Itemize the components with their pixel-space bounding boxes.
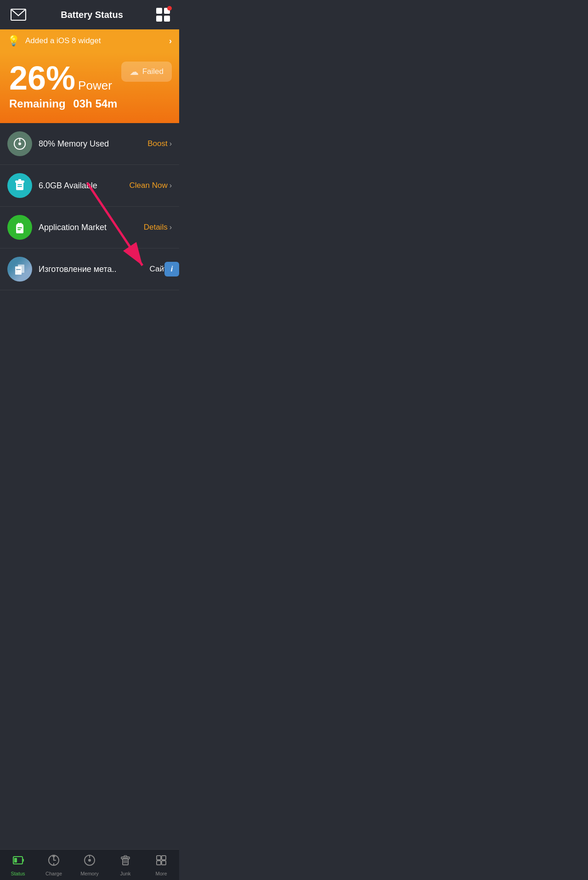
- junk-nav-label: Junk: [120, 871, 130, 876]
- battery-power-label: Power: [78, 79, 112, 93]
- meta-item[interactable]: Изготовление мета.. Сайт › i: [0, 248, 179, 290]
- memory-nav-icon: [84, 854, 96, 869]
- svg-point-2: [18, 142, 21, 145]
- meta-icon: [7, 257, 32, 282]
- svg-rect-11: [17, 227, 22, 228]
- banner-chevron-icon: ›: [169, 36, 172, 46]
- notification-dot: [167, 6, 172, 11]
- meta-text: Изготовление мета..: [39, 265, 149, 274]
- battery-remaining: Remaining 03h 54m: [9, 97, 170, 110]
- memory-used-text: 80% Memory Used: [39, 139, 147, 149]
- clean-now-button[interactable]: Clean Now ›: [130, 181, 172, 190]
- charge-nav-icon: [48, 854, 60, 869]
- svg-rect-19: [23, 859, 24, 862]
- charge-nav-label: Charge: [45, 871, 62, 876]
- clean-icon: [7, 173, 32, 198]
- bottom-navigation: Status Charge Memory: [0, 849, 179, 880]
- memory-nav-label: Memory: [80, 871, 99, 876]
- svg-rect-34: [162, 856, 166, 860]
- remaining-time: 03h 54m: [73, 97, 117, 110]
- svg-rect-22: [52, 856, 55, 857]
- junk-nav-icon: [119, 854, 131, 869]
- app-market-item[interactable]: Application Market Details ›: [0, 207, 179, 248]
- svg-rect-6: [18, 179, 21, 181]
- remaining-label: Remaining: [9, 97, 66, 110]
- app-header: Battery Status: [0, 0, 179, 29]
- more-nav-label: More: [155, 871, 167, 876]
- memory-icon: [7, 131, 32, 156]
- banner-text: Added a iOS 8 widget: [25, 36, 169, 45]
- feature-list: 80% Memory Used Boost › 6.0GB Available …: [0, 123, 179, 327]
- svg-rect-7: [17, 184, 22, 185]
- app-market-icon: [7, 215, 32, 240]
- storage-text: 6.0GB Available: [39, 181, 130, 191]
- boost-button[interactable]: Boost ›: [147, 139, 172, 148]
- svg-rect-29: [124, 856, 127, 857]
- svg-rect-36: [162, 861, 166, 865]
- svg-rect-14: [18, 265, 24, 273]
- nav-junk[interactable]: Junk: [107, 850, 143, 880]
- info-button[interactable]: i: [164, 262, 179, 276]
- nav-more[interactable]: More: [143, 850, 179, 880]
- cloud-label: Failed: [142, 67, 164, 76]
- lightbulb-icon: 💡: [7, 35, 20, 47]
- status-nav-icon: [12, 854, 24, 869]
- details-button[interactable]: Details ›: [144, 223, 172, 232]
- svg-rect-10: [20, 223, 22, 226]
- more-nav-icon: [155, 854, 167, 869]
- ios-widget-banner[interactable]: 💡 Added a iOS 8 widget ›: [0, 29, 179, 52]
- svg-point-25: [88, 859, 91, 862]
- svg-rect-20: [14, 858, 17, 863]
- nav-memory[interactable]: Memory: [72, 850, 107, 880]
- mail-button[interactable]: [9, 6, 28, 24]
- svg-rect-8: [17, 186, 22, 187]
- svg-rect-12: [17, 229, 21, 230]
- battery-section: 26% Power Remaining 03h 54m ☁ Failed: [0, 52, 179, 123]
- nav-status[interactable]: Status: [0, 850, 36, 880]
- memory-used-item[interactable]: 80% Memory Used Boost ›: [0, 123, 179, 165]
- svg-rect-33: [157, 856, 161, 860]
- status-nav-label: Status: [11, 871, 25, 876]
- storage-item[interactable]: 6.0GB Available Clean Now ›: [0, 165, 179, 207]
- page-title: Battery Status: [61, 10, 123, 20]
- svg-rect-15: [16, 269, 21, 270]
- cloud-status-badge[interactable]: ☁ Failed: [121, 62, 172, 82]
- app-market-text: Application Market: [39, 223, 144, 232]
- grid-menu-button[interactable]: [156, 8, 170, 22]
- svg-rect-9: [18, 223, 19, 226]
- mail-icon: [11, 9, 26, 21]
- svg-rect-35: [157, 861, 161, 865]
- nav-charge[interactable]: Charge: [36, 850, 72, 880]
- cloud-icon: ☁: [130, 66, 139, 77]
- battery-percent: 26%: [9, 62, 75, 95]
